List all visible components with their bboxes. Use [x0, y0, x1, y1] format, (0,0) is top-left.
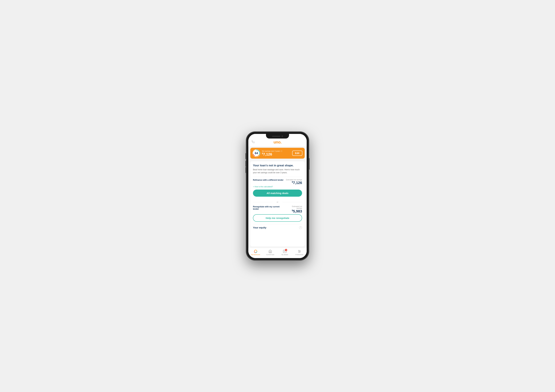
renegotiate-savings: Estimated net savings $5,983: [286, 206, 302, 213]
phone-notch: [266, 134, 289, 138]
refinance-savings: Estimated net savings $7,126: [286, 179, 302, 185]
loan-score-icon: [253, 249, 258, 254]
score-savings-label: Net savings over 3 years ⓘ: [262, 150, 282, 152]
nav-label-current-loan: Current loan: [266, 254, 274, 255]
nav-label-my-details: My details: [281, 254, 288, 255]
main-card: Your loan's not in great shape. Beat hom…: [250, 161, 305, 247]
score-circle: 64: [253, 149, 260, 157]
renegotiate-row: Renegotiate with my current lender Estim…: [253, 206, 302, 213]
phone-screen: uno. 64: [248, 134, 307, 258]
phone-icon: [252, 140, 255, 144]
all-matching-deals-button[interactable]: All matching deals: [253, 189, 302, 197]
bottom-nav: My loanScore Current loan: [248, 248, 307, 258]
score-info: Net savings over 3 years ⓘ $7,126: [262, 150, 282, 156]
renegotiate-savings-amount: $5,983: [286, 209, 302, 213]
score-number: 64: [255, 152, 258, 155]
help-renegotiate-button[interactable]: Help me renegotiate: [253, 214, 302, 222]
refinance-label: Refinance with a different lender: [253, 179, 284, 181]
score-savings-amount: $7,126: [262, 152, 282, 156]
refinance-savings-label: Estimated net savings: [286, 179, 302, 181]
nav-label-preferences: Preferences: [295, 254, 303, 255]
my-details-icon: 3: [283, 249, 287, 254]
app-logo: uno.: [274, 140, 282, 145]
nav-label-my-loan-score: My loanScore: [251, 254, 260, 255]
equity-section: Your equity ?: [253, 224, 302, 229]
nav-item-my-details[interactable]: 3 My details: [278, 249, 292, 255]
score-left: 64 Net savings over 3 years ⓘ $7,126: [253, 149, 282, 157]
renegotiate-savings-label: Estimated net savings: [286, 206, 302, 209]
phone-device: uno. 64: [246, 132, 309, 260]
notch-speaker: [272, 136, 280, 137]
card-subtitle: Beat home loan wastage and save. Here's …: [253, 168, 302, 174]
renegotiate-label: Renegotiate with my current lender: [253, 206, 286, 210]
how-calculated-link[interactable]: + How is this calculated?: [253, 186, 302, 188]
svg-point-15: [299, 252, 299, 253]
svg-point-13: [299, 250, 299, 251]
card-title: Your loan's not in great shape.: [253, 164, 302, 167]
refinance-section: Refinance with a different lender Estima…: [253, 177, 302, 199]
nav-item-preferences[interactable]: Preferences: [292, 249, 307, 255]
nav-item-current-loan[interactable]: Current loan: [263, 249, 278, 255]
app-content: uno. 64: [248, 134, 307, 258]
svg-point-14: [300, 251, 300, 252]
equity-info-icon[interactable]: ?: [299, 226, 302, 229]
nav-item-my-loan-score[interactable]: My loanScore: [248, 249, 263, 255]
notch-camera: [282, 136, 283, 137]
or-divider: or: [253, 201, 302, 203]
score-banner: 64 Net savings over 3 years ⓘ $7,126 Edi…: [250, 148, 305, 159]
my-details-badge: 3: [285, 249, 287, 251]
edit-button[interactable]: Edit: [292, 151, 302, 156]
equity-label: Your equity: [253, 226, 266, 229]
preferences-icon: [297, 249, 302, 254]
renegotiate-section: Renegotiate with my current lender Estim…: [253, 206, 302, 222]
current-loan-icon: [268, 249, 272, 254]
refinance-row: Refinance with a different lender Estima…: [253, 179, 302, 185]
refinance-savings-amount: $7,126: [286, 181, 302, 185]
